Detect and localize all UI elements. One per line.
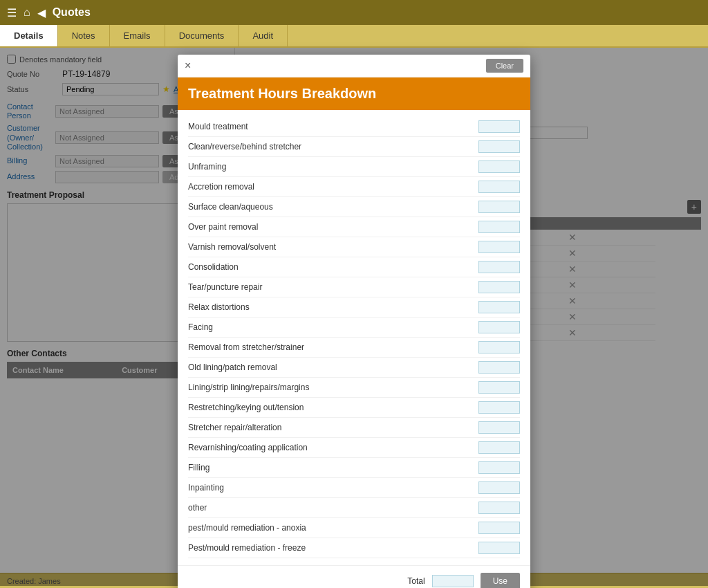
breakdown-row: Accretion removal bbox=[188, 177, 520, 197]
breakdown-row: Inpainting bbox=[188, 478, 520, 498]
modal-title: Treatment Hours Breakdown bbox=[188, 86, 376, 101]
breakdown-input[interactable] bbox=[478, 321, 520, 333]
breakdown-label: Facing bbox=[188, 322, 478, 332]
breakdown-input[interactable] bbox=[478, 461, 520, 474]
tab-details[interactable]: Details bbox=[0, 25, 58, 46]
breakdown-label: Unframing bbox=[188, 162, 478, 172]
breakdown-row: Filling bbox=[188, 458, 520, 478]
tab-emails[interactable]: Emails bbox=[110, 25, 165, 46]
breakdown-input[interactable] bbox=[478, 421, 520, 434]
modal-footer: Total Use bbox=[178, 565, 530, 588]
breakdown-label: Inpainting bbox=[188, 483, 478, 493]
breakdown-label: Old lining/patch removal bbox=[188, 362, 478, 372]
breakdown-label: Removal from stretcher/strainer bbox=[188, 342, 478, 352]
breakdown-input[interactable] bbox=[478, 381, 520, 394]
breakdown-input[interactable] bbox=[478, 221, 520, 233]
breakdown-row: other bbox=[188, 498, 520, 518]
breakdown-label: Tear/puncture repair bbox=[188, 282, 478, 292]
breakdown-input[interactable] bbox=[478, 481, 520, 494]
breakdown-input[interactable] bbox=[478, 522, 520, 534]
breakdown-input[interactable] bbox=[478, 441, 520, 454]
breakdown-label: Relax distortions bbox=[188, 302, 478, 312]
total-label: Total bbox=[407, 576, 425, 586]
breakdown-label: Mould treatment bbox=[188, 122, 478, 131]
breakdown-label: Filling bbox=[188, 463, 478, 472]
breakdown-input[interactable] bbox=[478, 241, 520, 253]
main-content: Denotes mandatory field Quote No PT-19-1… bbox=[0, 48, 708, 586]
breakdown-row: Facing bbox=[188, 318, 520, 338]
breakdown-input[interactable] bbox=[478, 502, 520, 514]
breakdown-label: Revarnishing/coating application bbox=[188, 443, 478, 452]
use-button[interactable]: Use bbox=[481, 573, 520, 588]
page-title: Quotes bbox=[53, 6, 91, 19]
breakdown-row: Unframing bbox=[188, 157, 520, 177]
breakdown-input[interactable] bbox=[478, 542, 520, 554]
breakdown-input[interactable] bbox=[478, 361, 520, 374]
breakdown-label: Lining/strip lining/repairs/margins bbox=[188, 383, 478, 392]
breakdown-input[interactable] bbox=[478, 140, 520, 153]
tab-documents[interactable]: Documents bbox=[165, 25, 239, 46]
breakdown-row: Surface clean/aqueous bbox=[188, 197, 520, 217]
breakdown-row: Old lining/patch removal bbox=[188, 358, 520, 378]
breakdown-input[interactable] bbox=[478, 160, 520, 173]
modal-title-bar: Treatment Hours Breakdown bbox=[178, 77, 530, 110]
breakdown-label: Surface clean/aqueous bbox=[188, 202, 478, 212]
breakdown-input[interactable] bbox=[478, 401, 520, 414]
breakdown-row: Mould treatment bbox=[188, 117, 520, 137]
breakdown-row: Over paint removal bbox=[188, 217, 520, 237]
breakdown-input[interactable] bbox=[478, 261, 520, 273]
modal-overlay: × Clear Treatment Hours Breakdown Mould … bbox=[0, 48, 708, 586]
breakdown-label: Clean/reverse/behind stretcher bbox=[188, 142, 478, 151]
modal-close-bar: × Clear bbox=[178, 55, 530, 77]
menu-icon[interactable]: ☰ bbox=[7, 6, 17, 19]
breakdown-label: Varnish removal/solvent bbox=[188, 242, 478, 252]
breakdown-row: Removal from stretcher/strainer bbox=[188, 338, 520, 358]
breakdown-input[interactable] bbox=[478, 301, 520, 313]
breakdown-input[interactable] bbox=[478, 341, 520, 353]
modal-close-button[interactable]: × bbox=[185, 59, 191, 72]
breakdown-row: Varnish removal/solvent bbox=[188, 237, 520, 257]
breakdown-row: Restretching/keying out/tension bbox=[188, 398, 520, 418]
tab-bar: Details Notes Emails Documents Audit bbox=[0, 25, 708, 48]
home-icon[interactable]: ⌂ bbox=[24, 6, 30, 19]
breakdown-input[interactable] bbox=[478, 281, 520, 293]
breakdown-label: Pest/mould remediation - freeze bbox=[188, 543, 478, 553]
breakdown-row: Consolidation bbox=[188, 257, 520, 277]
breakdown-row: Tear/puncture repair bbox=[188, 277, 520, 297]
breakdown-row: pest/mould remediation - anoxia bbox=[188, 518, 520, 538]
treatment-hours-modal: × Clear Treatment Hours Breakdown Mould … bbox=[178, 55, 530, 588]
tab-notes[interactable]: Notes bbox=[58, 25, 110, 46]
breakdown-label: Accretion removal bbox=[188, 182, 478, 192]
modal-body: Mould treatment Clean/reverse/behind str… bbox=[178, 110, 530, 565]
breakdown-row: Lining/strip lining/repairs/margins bbox=[188, 378, 520, 398]
breakdown-label: Over paint removal bbox=[188, 222, 478, 232]
breakdown-label: other bbox=[188, 503, 478, 513]
breakdown-input[interactable] bbox=[478, 181, 520, 193]
breakdown-input[interactable] bbox=[478, 120, 520, 133]
total-input[interactable] bbox=[432, 575, 474, 587]
tab-audit[interactable]: Audit bbox=[239, 25, 288, 46]
breakdown-label: pest/mould remediation - anoxia bbox=[188, 523, 478, 533]
modal-clear-button[interactable]: Clear bbox=[486, 59, 523, 73]
breakdown-input[interactable] bbox=[478, 201, 520, 213]
breakdown-row: Revarnishing/coating application bbox=[188, 438, 520, 458]
breakdown-label: Stretcher repair/alteration bbox=[188, 423, 478, 432]
breakdown-label: Restretching/keying out/tension bbox=[188, 403, 478, 412]
back-icon[interactable]: ◀ bbox=[37, 6, 46, 19]
breakdown-row: Relax distortions bbox=[188, 297, 520, 318]
breakdown-row: Clean/reverse/behind stretcher bbox=[188, 137, 520, 157]
breakdown-row: Pest/mould remediation - freeze bbox=[188, 538, 520, 558]
top-bar: ☰ ⌂ ◀ Quotes bbox=[0, 0, 708, 25]
breakdown-label: Consolidation bbox=[188, 262, 478, 272]
breakdown-row: Stretcher repair/alteration bbox=[188, 418, 520, 438]
